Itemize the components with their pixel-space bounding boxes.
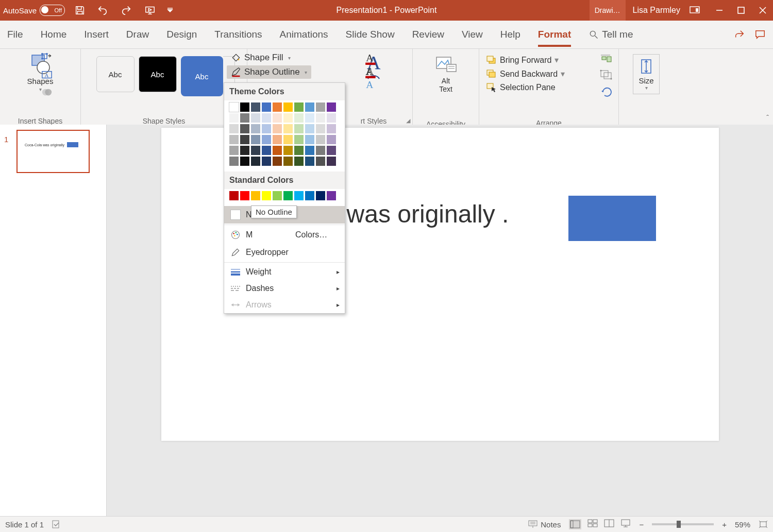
color-swatch[interactable] xyxy=(283,157,293,166)
color-swatch[interactable] xyxy=(229,157,239,166)
tab-home[interactable]: Home xyxy=(41,27,67,42)
shape-style-gallery[interactable]: Abc Abc Abc xyxy=(96,56,223,96)
color-swatch[interactable] xyxy=(305,146,314,155)
tab-format[interactable]: Format xyxy=(538,27,571,42)
color-swatch[interactable] xyxy=(251,113,260,123)
selection-pane-button[interactable]: Selection Pane xyxy=(484,81,558,94)
tab-design[interactable]: Design xyxy=(166,27,197,42)
color-swatch[interactable] xyxy=(229,102,239,112)
ribbon-display-options-icon[interactable] xyxy=(690,6,700,14)
color-swatch[interactable] xyxy=(327,135,336,144)
color-swatch[interactable] xyxy=(229,146,239,155)
zoom-in-icon[interactable]: + xyxy=(722,520,727,529)
qat-customize-icon[interactable] xyxy=(167,7,173,13)
color-swatch[interactable] xyxy=(283,113,293,123)
color-swatch[interactable] xyxy=(273,102,282,112)
color-swatch[interactable] xyxy=(240,102,249,112)
color-swatch[interactable] xyxy=(251,102,260,112)
tab-file[interactable]: File xyxy=(7,27,23,42)
color-swatch[interactable] xyxy=(327,146,336,155)
color-swatch[interactable] xyxy=(283,146,293,155)
tab-insert[interactable]: Insert xyxy=(84,27,109,42)
color-swatch[interactable] xyxy=(251,157,260,166)
color-swatch[interactable] xyxy=(327,157,336,166)
share-icon[interactable] xyxy=(734,29,745,40)
color-swatch[interactable] xyxy=(294,191,304,200)
comments-icon[interactable] xyxy=(754,29,766,40)
spell-check-icon[interactable] xyxy=(52,520,61,528)
color-swatch[interactable] xyxy=(273,191,282,200)
color-swatch[interactable] xyxy=(240,135,249,144)
color-swatch[interactable] xyxy=(229,191,239,200)
color-swatch[interactable] xyxy=(283,191,293,200)
color-swatch[interactable] xyxy=(294,135,304,144)
color-swatch[interactable] xyxy=(316,113,325,123)
text-fill-icon[interactable]: A xyxy=(364,52,378,65)
color-swatch[interactable] xyxy=(316,124,325,133)
color-swatch[interactable] xyxy=(327,124,336,133)
color-swatch[interactable] xyxy=(251,191,260,200)
color-swatch[interactable] xyxy=(262,191,271,200)
color-swatch[interactable] xyxy=(262,135,271,144)
alt-text-button[interactable]: Alt Text xyxy=(434,54,457,93)
maximize-icon[interactable] xyxy=(737,6,745,14)
text-effects-icon[interactable]: A xyxy=(364,79,378,92)
color-swatch[interactable] xyxy=(229,135,239,144)
shape-outline-button[interactable]: Shape Outline▾ xyxy=(227,65,311,79)
collapse-ribbon-icon[interactable]: ˆ xyxy=(766,114,769,122)
notes-button[interactable]: Notes xyxy=(528,520,561,529)
color-swatch[interactable] xyxy=(294,102,304,112)
tell-me-search[interactable]: Tell me xyxy=(589,29,633,40)
color-swatch[interactable] xyxy=(294,157,304,166)
color-swatch[interactable] xyxy=(240,124,249,133)
slideshow-from-start-icon[interactable] xyxy=(143,5,157,16)
redo-icon[interactable] xyxy=(120,5,133,16)
normal-view-icon[interactable] xyxy=(569,519,581,529)
color-swatch[interactable] xyxy=(262,124,271,133)
tab-help[interactable]: Help xyxy=(500,27,520,42)
tab-draw[interactable]: Draw xyxy=(126,27,149,42)
color-swatch[interactable] xyxy=(229,124,239,133)
reading-view-icon[interactable] xyxy=(604,519,614,529)
style-thumb-3-selected[interactable]: Abc xyxy=(181,56,223,96)
tab-slideshow[interactable]: Slide Show xyxy=(346,27,395,42)
color-swatch[interactable] xyxy=(305,113,314,123)
color-swatch[interactable] xyxy=(316,146,325,155)
color-swatch[interactable] xyxy=(316,191,325,200)
color-swatch[interactable] xyxy=(240,113,249,123)
group-button[interactable] xyxy=(600,70,614,81)
tab-transitions[interactable]: Transitions xyxy=(214,27,262,42)
color-swatch[interactable] xyxy=(327,191,336,200)
tab-review[interactable]: Review xyxy=(412,27,444,42)
color-swatch[interactable] xyxy=(262,146,271,155)
color-swatch[interactable] xyxy=(327,113,336,123)
color-swatch[interactable] xyxy=(240,191,249,200)
color-swatch[interactable] xyxy=(262,157,271,166)
color-swatch[interactable] xyxy=(273,146,282,155)
color-swatch[interactable] xyxy=(262,113,271,123)
zoom-slider[interactable] xyxy=(652,523,714,525)
color-swatch[interactable] xyxy=(229,113,239,123)
color-swatch[interactable] xyxy=(273,135,282,144)
merge-shapes-icon[interactable] xyxy=(40,87,54,98)
save-icon[interactable] xyxy=(74,5,86,16)
send-backward-button[interactable]: Send Backward▾ xyxy=(484,67,567,81)
undo-icon[interactable] xyxy=(96,5,109,16)
more-outline-colors-item[interactable]: More Outline Colors… xyxy=(224,226,345,244)
color-swatch[interactable] xyxy=(316,102,325,112)
color-swatch[interactable] xyxy=(294,113,304,123)
bring-forward-button[interactable]: Bring Forward▾ xyxy=(484,53,561,67)
color-swatch[interactable] xyxy=(305,102,314,112)
dialog-launcher-icon[interactable]: ◢ xyxy=(406,117,410,124)
slideshow-view-icon[interactable] xyxy=(620,519,631,529)
shape-fill-button[interactable]: Shape Fill▾ xyxy=(227,51,311,64)
tab-animations[interactable]: Animations xyxy=(280,27,328,42)
color-swatch[interactable] xyxy=(273,124,282,133)
color-swatch[interactable] xyxy=(327,102,336,112)
autosave-toggle[interactable]: AutoSave Off xyxy=(3,5,65,16)
eyedropper-item[interactable]: Eyedropper xyxy=(224,244,345,261)
style-thumb-1[interactable]: Abc xyxy=(96,56,135,92)
slide-counter[interactable]: Slide 1 of 1 xyxy=(5,520,44,529)
fit-to-window-icon[interactable] xyxy=(759,520,768,528)
size-button[interactable]: Size ▾ xyxy=(633,54,660,94)
